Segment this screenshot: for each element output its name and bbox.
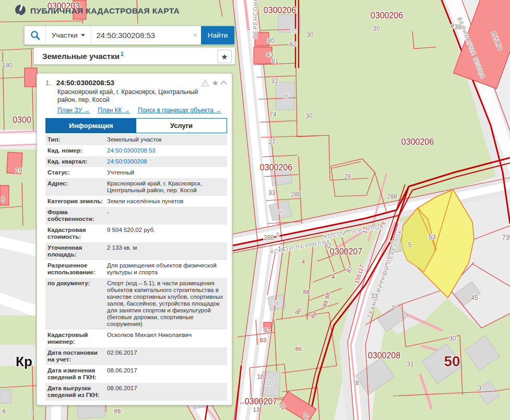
parcel-info-table: Тип:Земельный участокКад. номер:24:50:03… bbox=[45, 134, 227, 401]
info-row-label: Кад. номер: bbox=[45, 147, 107, 154]
results-bar: Земельные участки1 ★ bbox=[33, 47, 235, 65]
star-icon: ★ bbox=[221, 53, 228, 61]
info-row: Разрешенное использование:Для размещения… bbox=[45, 260, 227, 278]
parcel-cadastral-number: 24:50:0300208:53 bbox=[56, 79, 201, 87]
info-row: Тип:Земельный участок bbox=[45, 134, 227, 145]
parcel-link[interactable]: План КК → bbox=[98, 107, 130, 114]
parcel-address: Красноярский край, г. Красноярск, Центра… bbox=[57, 88, 214, 104]
info-row: Дата изменения сведений в ГКН:08.06.2017 bbox=[45, 365, 227, 383]
info-row-label: Уточненная площадь: bbox=[45, 244, 107, 258]
info-row-label: Дата изменения сведений в ГКН: bbox=[45, 367, 107, 381]
info-row-value[interactable]: 24:50:0300208:53 bbox=[107, 147, 227, 154]
info-row: Кадастровая стоимость:9 504 520,02 руб. bbox=[45, 225, 227, 242]
parcel-card-icons: ★ bbox=[201, 79, 226, 87]
info-row-value: 08.06.2017 bbox=[107, 384, 227, 399]
info-row-value: Спорт (код – 5.1), в части размещения об… bbox=[107, 279, 227, 328]
warning-icon[interactable] bbox=[201, 79, 209, 87]
info-row-value: Для размещения объектов физической культ… bbox=[107, 262, 227, 276]
app-title: ПУБЛИЧНАЯ КАДАСТРОВАЯ КАРТА bbox=[30, 6, 180, 16]
parcel-link[interactable]: Поиск в границах объекта → bbox=[138, 107, 221, 114]
parcel-tabs: Информация Услуги bbox=[45, 118, 227, 133]
info-row-value: Земли населённых пунктов bbox=[107, 197, 227, 205]
results-title-text: Земельные участки bbox=[42, 52, 120, 61]
app-header: ПУБЛИЧНАЯ КАДАСТРОВАЯ КАРТА bbox=[15, 4, 180, 18]
parcel-link[interactable]: План ЗУ → bbox=[57, 107, 90, 114]
info-row: Дата выгрузки сведений из ГКН:08.06.2017 bbox=[45, 383, 227, 401]
info-row: Кад. квартал:24:50:0300208 bbox=[45, 156, 227, 167]
info-row-value: Учтенный bbox=[107, 169, 227, 176]
parcel-info-card: 1. 24:50:0300208:53 ★ Красноярский край,… bbox=[37, 73, 232, 405]
info-row-label: по документу: bbox=[45, 279, 107, 328]
info-row-label: Кадастровый инженер: bbox=[45, 331, 107, 345]
info-row-label: Категория земель: bbox=[45, 197, 107, 205]
chevron-up-icon[interactable] bbox=[220, 80, 227, 87]
info-row-label: Адрес: bbox=[45, 180, 107, 194]
info-row-label: Кадастровая стоимость: bbox=[45, 226, 107, 240]
star-icon[interactable]: ★ bbox=[212, 79, 219, 87]
parcel-index: 1. bbox=[45, 79, 51, 87]
info-row-label: Дата выгрузки сведений из ГКН: bbox=[45, 384, 107, 399]
info-row: Кад. номер:24:50:0300208:53 bbox=[45, 145, 227, 156]
search-input[interactable] bbox=[91, 26, 190, 44]
search-icon[interactable] bbox=[25, 26, 45, 44]
parcel-links: План ЗУ →План КК →Поиск в границах объек… bbox=[57, 107, 228, 114]
tab-information[interactable]: Информация bbox=[46, 119, 136, 133]
info-row: Кадастровый инженер:Осколков Михаил Нико… bbox=[45, 330, 227, 347]
pkk-logo-icon bbox=[15, 4, 26, 16]
info-row-value: Земельный участок bbox=[107, 136, 227, 143]
info-row-value: 9 504 520,02 руб. bbox=[107, 226, 227, 240]
search-category-label: Участки bbox=[52, 31, 78, 39]
favorites-button[interactable]: ★ bbox=[217, 50, 232, 63]
app-logo[interactable] bbox=[15, 4, 26, 18]
parcel-card-header: 1. 24:50:0300208:53 ★ bbox=[45, 79, 228, 87]
info-row-label: Кад. квартал: bbox=[45, 158, 107, 165]
info-row-value: - bbox=[107, 208, 227, 223]
clear-search-icon[interactable]: × bbox=[189, 30, 201, 41]
info-row-value[interactable]: 24:50:0300208 bbox=[107, 158, 227, 165]
info-row: по документу:Спорт (код – 5.1), в части … bbox=[45, 278, 227, 330]
info-row: Форма собственности:- bbox=[45, 207, 227, 225]
info-row-label: Форма собственности: bbox=[45, 208, 107, 223]
screenshot-root: 0300203030020603002060300206030020603002… bbox=[0, 0, 510, 420]
info-row-value: 2 133 кв. м bbox=[107, 244, 227, 258]
info-row-value: 08.06.2017 bbox=[107, 367, 227, 381]
results-count: 1 bbox=[121, 51, 124, 57]
info-row-label: Статус: bbox=[45, 169, 107, 176]
info-row-value: Красноярский край, г. Красноярск, Центра… bbox=[107, 180, 227, 194]
info-row-value: 02.06.2017 bbox=[107, 349, 227, 363]
info-row-label: Разрешенное использование: bbox=[45, 262, 107, 276]
search-category-dropdown[interactable]: Участки bbox=[45, 26, 91, 44]
info-row-label: Тип: bbox=[45, 136, 107, 143]
search-submit-button[interactable]: Найти bbox=[201, 26, 234, 44]
info-row: Уточненная площадь:2 133 кв. м bbox=[45, 242, 227, 260]
info-row: Статус:Учтенный bbox=[45, 167, 227, 178]
info-row-value: Осколков Михаил Николаевич bbox=[107, 331, 227, 345]
info-row: Дата постановки на учет:02.06.2017 bbox=[45, 347, 227, 365]
results-title: Земельные участки1 bbox=[34, 51, 123, 61]
info-row-label: Дата постановки на учет: bbox=[45, 349, 107, 363]
chevron-down-icon bbox=[81, 34, 85, 37]
info-row: Категория земель:Земли населённых пункто… bbox=[45, 196, 227, 207]
search-bar: Участки × Найти bbox=[24, 26, 235, 45]
info-row: Адрес:Красноярский край, г. Красноярск, … bbox=[45, 178, 227, 196]
tab-services[interactable]: Услуги bbox=[136, 119, 227, 133]
